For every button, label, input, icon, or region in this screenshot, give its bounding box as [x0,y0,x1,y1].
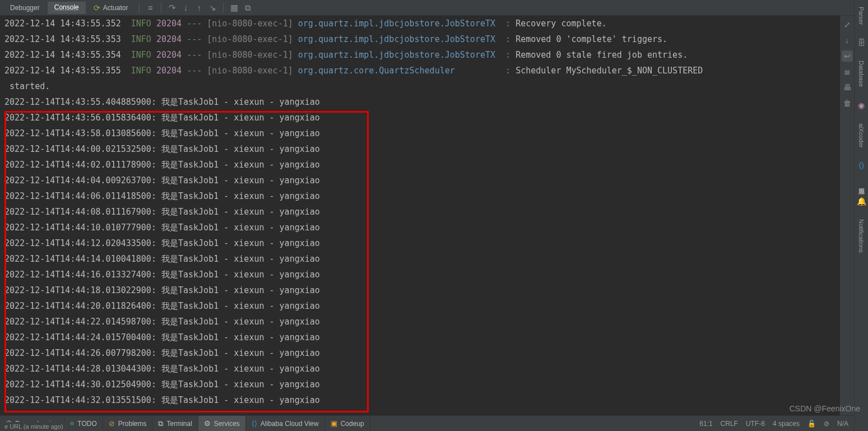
step-over-icon[interactable]: ↷ [166,2,178,14]
services-icon: ⚙ [204,419,211,428]
btab-problems-label: Problems [118,420,147,428]
btab-todo[interactable]: ≡ TODO [64,416,103,431]
vtab-database[interactable]: Database [858,57,865,90]
encoding[interactable]: UTF-8 [746,420,765,428]
log-line: 2022-12-14 14:43:55.355 INFO 20204 --- [… [4,63,840,78]
scroll-down-icon[interactable]: ↓ [842,35,853,46]
tab-console[interactable]: Console [48,2,86,14]
database-icon[interactable]: 🗄 [857,38,865,47]
alibaba-icon: ⟨⟩ [252,419,257,428]
btab-services[interactable]: ⚙ Services [198,416,246,431]
console-output[interactable]: 2022-12-14 14:43:55.352 INFO 20204 --- [… [0,16,840,415]
calculator-icon[interactable]: ▦ [228,2,240,14]
btab-codeup-label: Codeup [341,420,364,428]
right-tool-strip: Parser 🗄 Database ◉ aiXcoder ⟨⟩ 应用观测器 🔔 … [854,0,868,431]
log-line: 2022-12-14 14:43:55.353 INFO 20204 --- [… [4,31,840,47]
separator [139,3,140,13]
lock-icon[interactable]: 🔓 [807,420,816,428]
actuator-icon: ⟳ [94,3,100,12]
btab-terminal[interactable]: ⧉ Terminal [152,416,198,431]
vtab-notifications[interactable]: Notifications [858,216,865,256]
problems-icon: ⊘ [109,419,115,428]
stdout-line: 2022-12-14T14:43:55.404885900: 我是TaskJob… [4,94,840,110]
step-into-icon[interactable]: ↓ [179,2,192,14]
step-out-icon[interactable]: ↑ [193,2,205,14]
vtab-parser[interactable]: Parser [858,3,865,28]
btab-alibaba[interactable]: ⟨⟩ Alibaba Cloud View [246,416,325,431]
eol[interactable]: CRLF [721,420,738,428]
btab-problems[interactable]: ⊘ Problems [103,416,153,431]
caret-pos[interactable]: 61:1 [699,420,712,428]
status-bar: 61:1 CRLF UTF-8 4 spaces 🔓 ⊘ N/A [694,420,854,428]
vtab-appviewer[interactable]: 应用观测器 [857,180,866,187]
stdout-line: 2022-12-14T14:44:22.014598700: 我是TaskJob… [4,314,840,330]
stdout-line: 2022-12-14T14:44:12.020433500: 我是TaskJob… [4,235,840,251]
stdout-line: 2022-12-14T14:43:56.015836400: 我是TaskJob… [4,110,840,126]
stdout-line: 2022-12-14T14:44:02.011178900: 我是TaskJob… [4,157,840,173]
restore-layout-icon[interactable]: ⤢ [842,19,853,30]
stdout-line: 2022-12-14T14:44:06.011418500: 我是TaskJob… [4,188,840,204]
separator [161,3,161,13]
watermark: CSDN @FeenixOne [790,404,860,413]
branch-icon: ⊘ [824,420,829,428]
bottom-toolbar: ⌬ Dependencies ≡ TODO ⊘ Problems ⧉ Termi… [0,415,854,431]
right-gutter: ⤢ ↓ ↩ ≣ 🖶 🗑 [840,16,854,415]
url-hint: e URL (a minute ago) [0,422,68,431]
indent[interactable]: 4 spaces [773,420,800,428]
stdout-line: 2022-12-14T14:44:08.011167900: 我是TaskJob… [4,204,840,220]
stdout-line: 2022-12-14T14:44:18.013022900: 我是TaskJob… [4,282,840,298]
btab-codeup[interactable]: ▣ Codeup [325,416,370,431]
vtab-aixcoder[interactable]: aiXcoder [858,120,865,151]
btab-services-label: Services [214,420,240,428]
tab-debugger[interactable]: Debugger [3,2,47,13]
print-icon[interactable]: 🖶 [842,82,853,93]
run-to-cursor-icon[interactable]: ↘ [206,2,219,14]
na[interactable]: N/A [837,420,848,428]
aixcoder-icon[interactable]: ◉ [858,101,865,110]
tab-actuator-label: Actuator [103,4,128,12]
stdout-line: 2022-12-14T14:44:26.007798200: 我是TaskJob… [4,345,840,361]
stdout-line: 2022-12-14T14:43:58.013085600: 我是TaskJob… [4,126,840,141]
btab-terminal-label: Terminal [166,420,192,428]
stdout-line: 2022-12-14T14:44:04.009263700: 我是TaskJob… [4,173,840,188]
btab-alibaba-label: Alibaba Cloud View [261,420,319,428]
stdout-line: 2022-12-14T14:44:16.013327400: 我是TaskJob… [4,267,840,282]
log-line: 2022-12-14 14:43:55.354 INFO 20204 --- [… [4,47,840,63]
btab-todo-label: TODO [77,420,96,428]
stdout-line: 2022-12-14T14:44:14.010041800: 我是TaskJob… [4,251,840,267]
stdout-line: 2022-12-14T14:44:24.015700400: 我是TaskJob… [4,330,840,345]
app-viewer-icon[interactable]: ⟨⟩ [858,161,864,170]
stdout-line: 2022-12-14T14:44:28.013044300: 我是TaskJob… [4,361,840,377]
log-line-continuation: started. [4,78,840,94]
terminal-icon: ⧉ [158,419,163,428]
bell-icon[interactable]: 🔔 [857,197,866,206]
stdout-line: 2022-12-14T14:44:00.021532500: 我是TaskJob… [4,141,840,157]
stdout-line: 2022-12-14T14:44:20.011826400: 我是TaskJob… [4,298,840,314]
todo-icon: ≡ [70,419,75,428]
console-top-toolbar: Debugger Console ⟳ Actuator ≡ ↷ ↓ ↑ ↘ ▦ … [0,0,868,16]
log-line: 2022-12-14 14:43:55.352 INFO 20204 --- [… [4,16,840,31]
tab-actuator[interactable]: ⟳ Actuator [87,2,135,14]
frames-icon[interactable]: ⧉ [242,2,254,14]
stdout-line: 2022-12-14T14:44:10.010777900: 我是TaskJob… [4,220,840,235]
settings-list-icon[interactable]: ≣ [842,66,853,77]
list-icon[interactable]: ≡ [144,2,156,14]
stdout-line: 2022-12-14T14:44:32.013551500: 我是TaskJob… [4,392,840,408]
stdout-line: 2022-12-14T14:44:30.012504900: 我是TaskJob… [4,377,840,392]
trash-icon[interactable]: 🗑 [842,98,853,109]
codeup-icon: ▣ [331,419,337,428]
soft-wrap-icon[interactable]: ↩ [842,50,853,62]
separator [223,3,224,13]
